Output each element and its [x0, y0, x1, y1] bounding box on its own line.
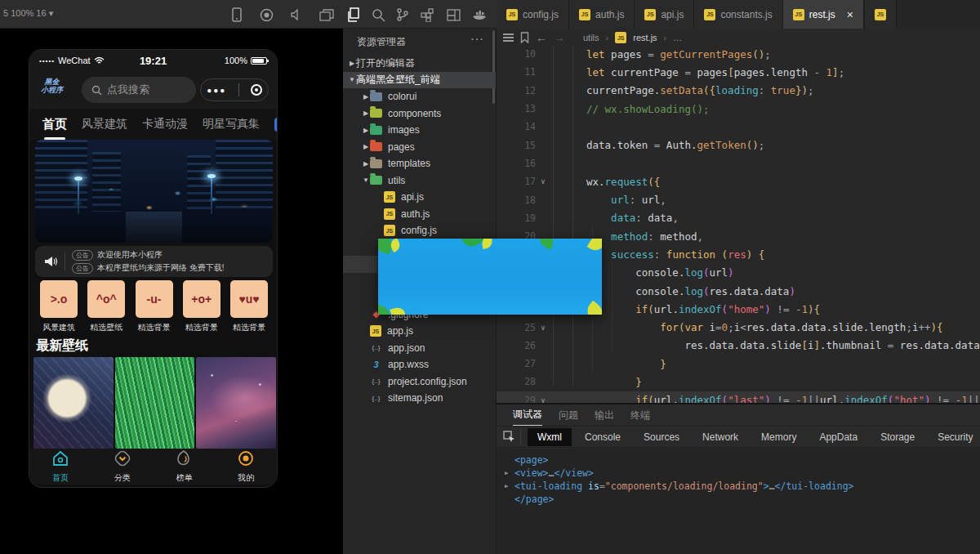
- wallpaper-grass-image[interactable]: [115, 357, 195, 449]
- wxml-node[interactable]: ▶<tui-loading is="components/loading/loa…: [505, 480, 972, 493]
- layout-icon[interactable]: [445, 7, 461, 23]
- tree-item-colorui[interactable]: ▶colorui: [343, 88, 496, 105]
- debugger-tab-调试器[interactable]: 调试器: [513, 404, 542, 427]
- tree-item-images[interactable]: ▶images: [343, 122, 496, 139]
- code-line-19[interactable]: 19 data: data,: [497, 209, 980, 227]
- category-tile-风景建筑[interactable]: >.o风景建筑: [40, 280, 78, 334]
- code-line-13[interactable]: 13// wx.showLoading();: [497, 100, 980, 118]
- tree-item-app.json[interactable]: {..}app.json: [343, 340, 496, 357]
- search-input[interactable]: 点我搜索: [82, 77, 196, 103]
- wxml-node[interactable]: ▶<view>…</view>: [505, 467, 972, 480]
- phone-tab-首页[interactable]: 首页: [29, 449, 91, 485]
- code-lines[interactable]: 10let pages = getCurrentPages();11let cu…: [497, 45, 980, 403]
- debugger-tab-输出[interactable]: 输出: [595, 405, 614, 426]
- code-line-11[interactable]: 11let currentPage = pages[pages.length -…: [497, 63, 980, 81]
- code-line-27[interactable]: 27 }: [497, 355, 980, 373]
- code-line-16[interactable]: 16: [497, 154, 980, 172]
- editor-tab-auth.js[interactable]: JSauth.js: [569, 0, 635, 29]
- code-line-29[interactable]: 29∨ if(url.indexOf("last") != -1||url.in…: [497, 391, 980, 403]
- phone-nav-tab-风景建筑[interactable]: 风景建筑: [82, 117, 127, 132]
- phone-tab-分类[interactable]: 分类: [91, 449, 154, 485]
- code-line-12[interactable]: 12currentPage.setData({loading: true});: [497, 82, 980, 100]
- phone-tab-我的[interactable]: 我的: [215, 449, 277, 485]
- code-line-28[interactable]: 28 }: [497, 373, 980, 391]
- expand-arrow-icon[interactable]: ▶: [505, 483, 514, 489]
- tree-item-components[interactable]: ▶components: [343, 105, 496, 123]
- breadcrumb-file[interactable]: rest.js: [633, 33, 657, 42]
- devtools-tab-AppData[interactable]: AppData: [809, 428, 867, 446]
- code-line-14[interactable]: 14: [497, 118, 980, 136]
- editor-tab-rest.js[interactable]: JSrest.js×: [783, 0, 864, 29]
- debugger-tab-问题[interactable]: 问题: [559, 405, 578, 426]
- phone-nav-tab-首页[interactable]: 首页: [42, 117, 67, 132]
- nav-forward-icon[interactable]: →: [554, 31, 565, 44]
- close-tab-icon[interactable]: ×: [847, 9, 853, 20]
- source-control-icon[interactable]: [394, 7, 411, 23]
- wallpaper-aurora-image[interactable]: [196, 357, 276, 449]
- tree-item-打开的编辑器[interactable]: ▶打开的编辑器: [343, 55, 496, 72]
- code-line-18[interactable]: 18 url: url,: [497, 190, 980, 208]
- devtools-tab-Network[interactable]: Network: [693, 428, 748, 446]
- debugger-tab-终端[interactable]: 终端: [630, 405, 650, 426]
- exit-circle-icon[interactable]: [251, 84, 262, 96]
- tree-item-auth.js[interactable]: JSauth.js: [343, 206, 496, 223]
- announcement-bar[interactable]: 公告欢迎使用本小程序公告本程序壁纸均来源于网络 免费下载!: [35, 246, 273, 277]
- files-icon[interactable]: [345, 7, 362, 23]
- devtools-tab-Wxml[interactable]: Wxml: [528, 428, 572, 446]
- wxml-node[interactable]: </page>: [505, 493, 972, 506]
- tree-item-project.config.json[interactable]: {..}project.config.json: [343, 373, 496, 391]
- devtools-tab-Console[interactable]: Console: [575, 428, 630, 446]
- tree-item-app.wxss[interactable]: 3app.wxss: [343, 356, 496, 373]
- tree-item-config.js[interactable]: JSconfig.js: [343, 222, 496, 239]
- category-tile-精选背景[interactable]: +o+精选背景: [183, 280, 220, 334]
- code-line-10[interactable]: 10let pages = getCurrentPages();: [497, 45, 980, 63]
- mini-program-capsule[interactable]: ●●●: [200, 78, 269, 101]
- search-icon[interactable]: [370, 7, 386, 23]
- phone-icon[interactable]: [229, 7, 245, 23]
- editor-tab-config.js[interactable]: JSconfig.js: [497, 0, 569, 29]
- tree-item-templates[interactable]: ▶templates: [343, 155, 496, 172]
- expand-arrow-icon[interactable]: ▶: [505, 470, 514, 476]
- devtools-tab-Sources[interactable]: Sources: [634, 428, 689, 446]
- editor-tab-api.js[interactable]: JSapi.js: [635, 0, 694, 29]
- banner-image[interactable]: [35, 140, 273, 243]
- tree-item-utils[interactable]: ▼utils: [343, 172, 496, 190]
- tree-item-app.js[interactable]: JSapp.js: [343, 323, 496, 340]
- tree-item-sitemap.json[interactable]: {..}sitemap.json: [343, 390, 496, 407]
- nav-back-icon[interactable]: ←: [536, 31, 547, 44]
- devtools-tab-Storage[interactable]: Storage: [871, 428, 924, 446]
- explorer-more-button[interactable]: ···: [470, 32, 484, 45]
- breadcrumb-more[interactable]: …: [673, 33, 682, 42]
- bookmark-icon[interactable]: [520, 32, 529, 43]
- category-tile-精选背景[interactable]: -u-精选背景: [136, 280, 173, 334]
- devtools-tab-Memory[interactable]: Memory: [751, 428, 806, 446]
- wxml-tree[interactable]: <page>▶<view>…</view>▶<tui-loading is="c…: [497, 449, 980, 554]
- category-tile-精选背景[interactable]: ♥u♥精选背景: [230, 280, 268, 334]
- code-line-15[interactable]: 15data.token = Auth.getToken();: [497, 136, 980, 154]
- window-icon[interactable]: [318, 7, 335, 23]
- phone-nav-tab-卡通动漫[interactable]: 卡通动漫: [142, 117, 188, 132]
- code-line-25[interactable]: 25∨ for(var i=0;i<res.data.data.slide.le…: [497, 318, 980, 336]
- phone-tab-榜单[interactable]: 榜单: [154, 449, 216, 485]
- record-icon[interactable]: [258, 7, 274, 23]
- wxml-node[interactable]: <page>: [505, 453, 972, 467]
- breadcrumb-folder[interactable]: utils: [583, 33, 599, 42]
- whale-icon[interactable]: [471, 7, 488, 23]
- device-zoom-selector[interactable]: 5 100% 16 ▾: [3, 8, 53, 19]
- more-dots-icon[interactable]: ●●●: [207, 86, 226, 95]
- inspect-element-icon[interactable]: [503, 429, 521, 445]
- devtools-tab-Security[interactable]: Security: [928, 428, 980, 446]
- category-tile-精选壁纸[interactable]: ^o^精选壁纸: [87, 280, 125, 334]
- more-categories-badge[interactable]: • 更多分类 •: [274, 118, 278, 132]
- extensions-icon[interactable]: [419, 7, 435, 23]
- tree-item-高端黑金壁纸_前端[interactable]: ▼高端黑金壁纸_前端: [343, 72, 496, 89]
- phone-nav-tab-明星写真集[interactable]: 明星写真集: [203, 117, 260, 132]
- speaker-icon[interactable]: [289, 7, 305, 23]
- editor-tab-partial[interactable]: JS: [864, 0, 897, 29]
- wallpaper-moon-image[interactable]: [33, 357, 114, 449]
- tree-item-pages[interactable]: ▶pages: [343, 139, 496, 156]
- code-line-17[interactable]: 17∨wx.request({: [497, 172, 980, 190]
- outline-icon[interactable]: [503, 34, 514, 42]
- code-line-26[interactable]: 26 res.data.data.slide[i].thumbnail = re…: [497, 337, 980, 355]
- editor-tab-constants.js[interactable]: JSconstants.js: [694, 0, 782, 29]
